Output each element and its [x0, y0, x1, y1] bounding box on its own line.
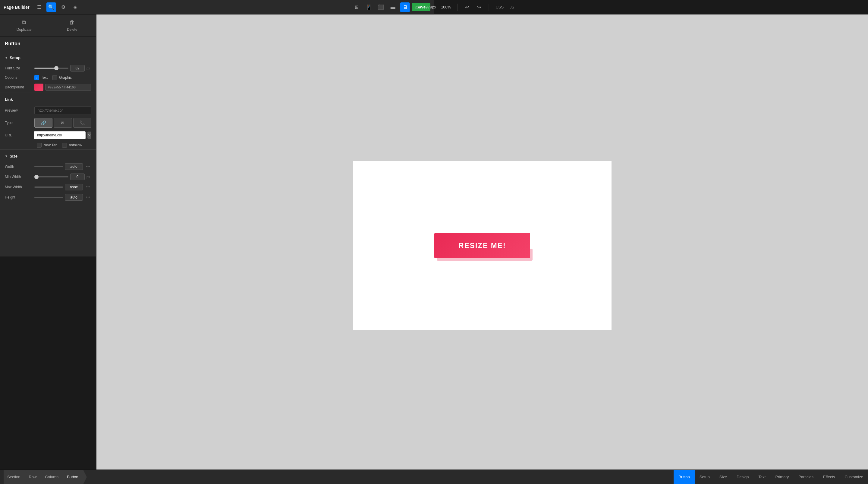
url-clear-btn[interactable]: ✕	[87, 132, 91, 139]
canvas-area: RESIZE ME!	[96, 15, 434, 242]
responsive-wide-btn[interactable]: ▭	[412, 2, 422, 12]
size-chevron: ▼	[5, 154, 8, 158]
link-section: Link Preview Type 🔗 ✉ 📞 URL http://theme…	[0, 93, 96, 149]
responsive-desktop-btn[interactable]: 🖥	[400, 2, 410, 12]
pixel-display: 979px	[426, 5, 434, 9]
height-row: Height auto •••	[0, 192, 96, 202]
width-input[interactable]: auto	[65, 163, 83, 170]
min-width-thumb[interactable]	[34, 175, 38, 179]
link-header: Link	[0, 93, 96, 105]
delete-btn[interactable]: 🗑 Delete	[48, 15, 96, 36]
check-mark: ✓	[36, 76, 38, 79]
left-panel: ⧉ Duplicate 🗑 Delete Button ▼ Setup Font…	[0, 15, 96, 242]
main-canvas-area: RESIZE ME! ≡ 0 100 200 300 400 500 600 7…	[96, 15, 434, 242]
preview-control	[34, 107, 91, 114]
new-tab-option[interactable]: New Tab	[37, 143, 57, 147]
responsive-mobile-btn[interactable]: 📱	[364, 2, 374, 12]
graphic-checkbox[interactable]	[53, 75, 57, 80]
width-label: Width	[5, 165, 32, 169]
type-label: Type	[5, 121, 32, 125]
min-width-control: 0 px	[34, 173, 91, 180]
type-row: Type 🔗 ✉ 📞	[0, 116, 96, 130]
background-value[interactable]: #e92a55 / #f44168	[45, 84, 91, 90]
width-dots-btn[interactable]: •••	[85, 163, 91, 170]
setup-section-header[interactable]: ▼ Setup	[0, 51, 96, 63]
height-label: Height	[5, 195, 32, 199]
min-width-row: Min Width 0 px	[0, 172, 96, 182]
background-label: Background	[5, 85, 32, 89]
canvas-frame: RESIZE ME!	[353, 161, 434, 242]
duplicate-btn[interactable]: ⧉ Duplicate	[0, 15, 48, 36]
font-size-input[interactable]: 32	[70, 65, 85, 72]
responsive-landscape-btn[interactable]: ▬	[388, 2, 398, 12]
options-controls: ✓ Text Graphic	[34, 75, 72, 80]
max-width-slider[interactable]	[34, 187, 63, 188]
type-email-btn[interactable]: ✉	[54, 118, 72, 127]
search-btn[interactable]: 🔍	[46, 2, 56, 12]
height-slider[interactable]	[34, 197, 63, 198]
nofollow-option[interactable]: nofollow	[62, 143, 82, 147]
graphic-option[interactable]: Graphic	[53, 75, 72, 80]
top-bar-center: ⊞ 📱 ⬛ ▬ 🖥 ▭ 979px 100% ↩ ↪ CSS JS	[352, 2, 434, 12]
top-bar-left: Page Builder ☰ 🔍 ⚙ ◈	[4, 2, 80, 12]
min-width-slider[interactable]	[34, 176, 68, 177]
font-size-unit: px	[87, 66, 91, 70]
top-bar: Page Builder ☰ 🔍 ⚙ ◈ ⊞ 📱 ⬛ ▬ 🖥 ▭ 979px 1…	[0, 0, 434, 15]
app-title: Page Builder	[4, 5, 30, 10]
width-row: Width auto •••	[0, 162, 96, 172]
max-width-control: none •••	[34, 184, 91, 191]
size-section-header[interactable]: ▼ Size	[0, 150, 96, 162]
options-row: Options ✓ Text Graphic	[0, 73, 96, 82]
min-width-label: Min Width	[5, 175, 32, 179]
tab-options-row: New Tab nofollow	[0, 141, 96, 149]
text-option[interactable]: ✓ Text	[34, 75, 48, 80]
preview-input[interactable]	[34, 107, 91, 114]
responsive-extra-btn[interactable]: ⊞	[352, 2, 362, 12]
background-control: #e92a55 / #f44168	[34, 84, 91, 91]
font-size-slider-thumb[interactable]	[54, 66, 59, 70]
max-width-input[interactable]: none	[65, 184, 83, 191]
new-tab-checkbox[interactable]	[37, 143, 41, 147]
url-input[interactable]: http://theme.co/	[34, 131, 86, 139]
size-section: ▼ Size Width auto ••• Min Width 0 px	[0, 149, 96, 202]
link-label: Link	[5, 97, 13, 102]
min-width-input[interactable]: 0	[70, 173, 85, 180]
sidebar-toggle-btn[interactable]: ☰	[34, 2, 44, 12]
duplicate-label: Duplicate	[17, 27, 32, 32]
responsive-tablet-btn[interactable]: ⬛	[376, 2, 386, 12]
panel-title: Button	[0, 37, 96, 51]
options-label: Options	[5, 76, 32, 80]
font-size-slider-track[interactable]	[34, 67, 68, 69]
type-phone-btn[interactable]: 📞	[73, 118, 91, 127]
preview-label: Preview	[5, 108, 32, 113]
setup-label: Setup	[10, 56, 21, 60]
font-size-control: 32 px	[34, 65, 91, 72]
panel-actions: ⧉ Duplicate 🗑 Delete	[0, 15, 96, 37]
max-width-dots-btn[interactable]: •••	[85, 184, 91, 191]
type-link-btn[interactable]: 🔗	[34, 118, 53, 127]
width-slider[interactable]	[34, 166, 63, 167]
text-option-label: Text	[41, 76, 48, 80]
delete-icon: 🗑	[69, 19, 75, 26]
preview-row: Preview	[0, 105, 96, 116]
url-row: URL http://theme.co/ ✕	[0, 130, 96, 141]
width-control: auto •••	[34, 163, 91, 170]
settings-btn[interactable]: ⚙	[59, 2, 68, 12]
max-width-label: Max Width	[5, 185, 32, 189]
background-swatch[interactable]	[34, 84, 43, 91]
background-row: Background #e92a55 / #f44168	[0, 82, 96, 93]
nofollow-checkbox[interactable]	[62, 143, 67, 147]
height-input[interactable]: auto	[65, 194, 83, 201]
min-width-unit: px	[87, 175, 91, 179]
nofollow-label: nofollow	[69, 143, 82, 147]
graphic-option-label: Graphic	[59, 76, 72, 80]
height-dots-btn[interactable]: •••	[85, 194, 91, 201]
extensions-btn[interactable]: ◈	[70, 2, 80, 12]
setup-chevron: ▼	[5, 56, 8, 59]
duplicate-icon: ⧉	[22, 19, 26, 26]
size-label: Size	[10, 154, 18, 159]
font-size-label: Font Size	[5, 66, 32, 70]
text-checkbox[interactable]: ✓	[34, 75, 39, 80]
type-buttons: 🔗 ✉ 📞	[34, 118, 91, 127]
url-label: URL	[5, 133, 32, 137]
